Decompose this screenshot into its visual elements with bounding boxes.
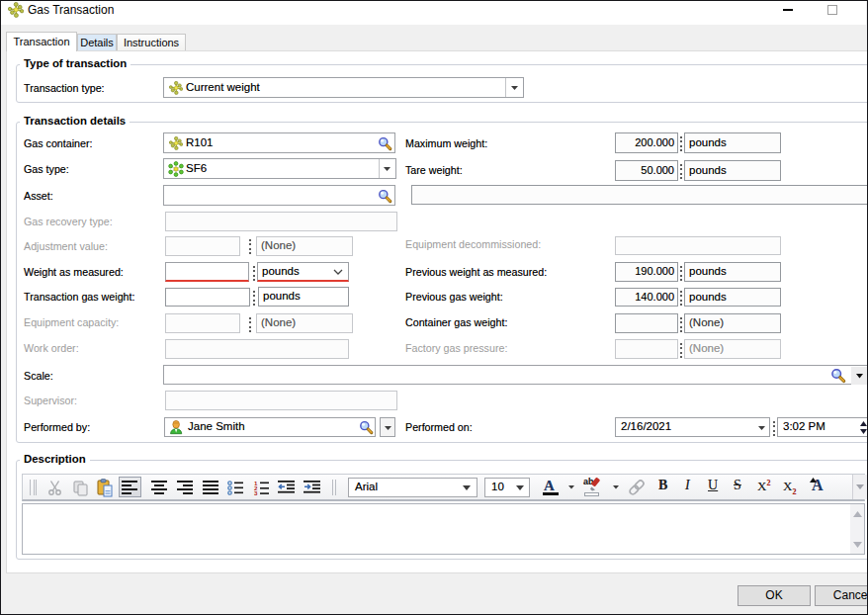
svg-text:3: 3	[254, 489, 258, 495]
